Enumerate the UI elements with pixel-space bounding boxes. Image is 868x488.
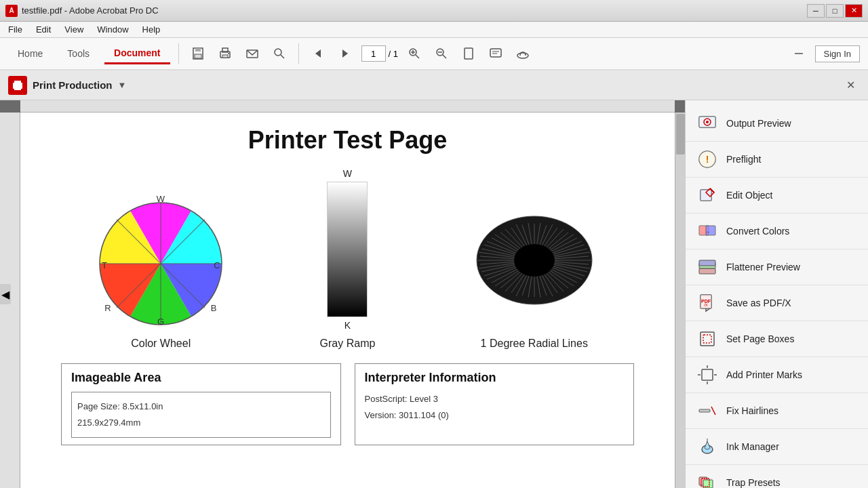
- svg-rect-121: [701, 332, 714, 346]
- svg-text:!: !: [706, 154, 709, 165]
- svg-text:C: C: [214, 260, 220, 270]
- add-printer-marks-label: Add Printer Marks: [726, 369, 802, 380]
- svg-point-8: [275, 49, 281, 56]
- panel-item-save-as-pdfx[interactable]: PDF /X Save as PDF/X: [686, 285, 868, 321]
- tab-document[interactable]: Document: [104, 43, 170, 64]
- flattener-preview-icon: [696, 256, 718, 278]
- panel-item-set-page-boxes[interactable]: Set Page Boxes: [686, 321, 868, 357]
- svg-rect-114: [699, 268, 715, 274]
- radial-lines-svg: [467, 192, 602, 328]
- flattener-preview-label: Flattener Preview: [726, 262, 800, 272]
- zoom-in-button[interactable]: [403, 43, 425, 64]
- svg-text:B: B: [211, 303, 217, 313]
- pp-dropdown-arrow[interactable]: ▼: [118, 80, 127, 90]
- cloud-icon: [516, 47, 530, 60]
- collapse-icon: [792, 47, 806, 60]
- title-bar: A testfile.pdf - Adobe Acrobat Pro DC ─ …: [0, 0, 868, 22]
- next-page-button[interactable]: [334, 43, 356, 64]
- email-button[interactable]: [241, 43, 263, 64]
- search-button[interactable]: [269, 43, 290, 64]
- pp-title: Print Production: [33, 79, 113, 91]
- ruler-top-svg: [20, 100, 675, 112]
- next-page-icon: [338, 47, 352, 60]
- toolbar-divider-2: [298, 43, 299, 64]
- interpreter-line2: Version: 3011.104 (0): [365, 408, 625, 423]
- imageable-area-line2: 215.9x279.4mm: [77, 415, 325, 430]
- comment-button[interactable]: [485, 43, 507, 64]
- print-button[interactable]: [214, 43, 236, 64]
- panel-item-output-preview[interactable]: Output Preview: [686, 106, 868, 142]
- search-icon: [273, 47, 286, 60]
- window-controls[interactable]: ─ □ ✕: [807, 4, 863, 18]
- side-panel: Output Preview ! Preflight Edit Object: [685, 100, 868, 488]
- convert-colors-icon: →: [696, 220, 718, 242]
- svg-line-129: [711, 407, 715, 415]
- panel-item-trap-presets[interactable]: Trap Presets: [686, 465, 868, 488]
- minimize-button[interactable]: ─: [807, 4, 825, 18]
- svg-marker-11: [342, 49, 348, 58]
- imageable-area-title: Imageable Area: [71, 371, 331, 385]
- panel-item-convert-colors[interactable]: → Convert Colors: [686, 214, 868, 249]
- toolbar-right: Sign In: [788, 43, 860, 64]
- menu-file[interactable]: File: [3, 23, 28, 36]
- interpreter-line1: PostScript: Level 3: [365, 392, 625, 407]
- preflight-label: Preflight: [726, 154, 761, 165]
- tab-tools[interactable]: Tools: [58, 44, 99, 63]
- page-separator: / 1: [389, 49, 398, 59]
- print-production-icon: [8, 76, 27, 95]
- email-icon: [245, 47, 259, 60]
- set-page-boxes-icon: [696, 328, 718, 350]
- svg-rect-20: [490, 49, 501, 57]
- save-icon: [191, 47, 205, 60]
- fix-hairlines-icon: [696, 400, 718, 422]
- save-button[interactable]: [187, 43, 209, 64]
- pp-close-button[interactable]: ✕: [841, 76, 860, 95]
- svg-point-23: [517, 53, 528, 58]
- svg-rect-2: [195, 54, 201, 58]
- collapse-button[interactable]: [788, 43, 810, 64]
- save-as-pdfx-label: Save as PDF/X: [726, 298, 791, 308]
- menu-edit[interactable]: Edit: [31, 23, 56, 36]
- svg-text:→: →: [705, 229, 710, 235]
- prev-page-icon: [311, 47, 325, 60]
- scroll-thumb[interactable]: [676, 114, 685, 155]
- convert-colors-label: Convert Colors: [726, 226, 789, 237]
- restore-button[interactable]: □: [826, 4, 844, 18]
- set-page-boxes-label: Set Page Boxes: [726, 333, 794, 344]
- menu-window[interactable]: Window: [92, 23, 134, 36]
- panel-item-add-printer-marks[interactable]: Add Printer Marks: [686, 357, 868, 393]
- panel-item-fix-hairlines[interactable]: Fix Hairlines: [686, 393, 868, 429]
- svg-rect-116: [699, 260, 715, 266]
- output-preview-label: Output Preview: [726, 118, 791, 129]
- print-icon: [218, 47, 232, 60]
- prev-page-button[interactable]: [307, 43, 329, 64]
- page-inner: Printer Test Page: [20, 113, 675, 459]
- panel-toggle-button[interactable]: ◀: [0, 284, 11, 304]
- svg-text:/X: /X: [704, 303, 708, 307]
- panel-item-edit-object[interactable]: Edit Object: [686, 178, 868, 214]
- svg-rect-1: [195, 48, 201, 52]
- radial-lines-diagram: 1 Degree Radial Lines: [467, 192, 602, 350]
- scrollbar-right[interactable]: [675, 113, 685, 488]
- cloud-button[interactable]: [512, 43, 534, 64]
- page-number-input[interactable]: [361, 45, 386, 62]
- ink-manager-label: Ink Manager: [726, 441, 779, 452]
- menu-bar: File Edit View Window Help: [0, 22, 868, 38]
- page-bottom-section: Imageable Area Page Size: 8.5x11.0in 215…: [47, 363, 648, 445]
- menu-view[interactable]: View: [59, 23, 89, 36]
- close-button[interactable]: ✕: [845, 4, 863, 18]
- zoom-out-button[interactable]: [431, 43, 452, 64]
- tab-home[interactable]: Home: [8, 44, 52, 63]
- svg-rect-27: [14, 87, 21, 90]
- panel-item-ink-manager[interactable]: Ink Manager: [686, 429, 868, 465]
- menu-help[interactable]: Help: [137, 23, 166, 36]
- signin-button[interactable]: Sign In: [815, 45, 860, 62]
- gray-ramp-wrap: W K: [320, 168, 376, 331]
- panel-item-preflight[interactable]: ! Preflight: [686, 142, 868, 178]
- output-preview-icon: [696, 113, 718, 134]
- page-content: Printer Test Page: [20, 113, 675, 488]
- color-wheel-svg: W G T C R B: [93, 192, 229, 328]
- main-toolbar: Home Tools Document / 1: [0, 38, 868, 70]
- page-view-button[interactable]: [458, 43, 479, 64]
- panel-item-flattener-preview[interactable]: Flattener Preview: [686, 249, 868, 285]
